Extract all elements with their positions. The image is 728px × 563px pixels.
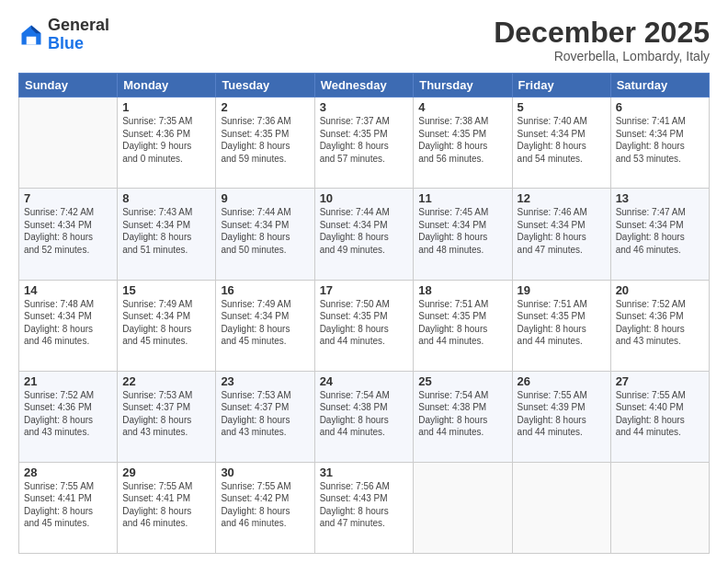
day-info: Sunrise: 7:49 AM Sunset: 4:34 PM Dayligh… — [122, 298, 210, 348]
calendar-cell: 28Sunrise: 7:55 AM Sunset: 4:41 PM Dayli… — [19, 462, 118, 553]
day-number: 16 — [221, 283, 309, 297]
day-number: 13 — [616, 191, 704, 205]
week-row-4: 21Sunrise: 7:52 AM Sunset: 4:36 PM Dayli… — [19, 371, 710, 462]
calendar-cell: 9Sunrise: 7:44 AM Sunset: 4:34 PM Daylig… — [216, 189, 314, 280]
logo-icon — [18, 22, 44, 48]
calendar-cell — [19, 98, 118, 189]
day-number: 20 — [616, 283, 704, 297]
calendar-cell: 21Sunrise: 7:52 AM Sunset: 4:36 PM Dayli… — [19, 371, 118, 462]
header-right: December 2025 Roverbella, Lombardy, Ital… — [494, 17, 710, 63]
calendar-cell: 27Sunrise: 7:55 AM Sunset: 4:40 PM Dayli… — [610, 371, 709, 462]
header: General Blue December 2025 Roverbella, L… — [18, 17, 710, 63]
day-number: 31 — [320, 465, 409, 479]
calendar-cell: 2Sunrise: 7:36 AM Sunset: 4:35 PM Daylig… — [216, 98, 314, 189]
calendar-cell: 8Sunrise: 7:43 AM Sunset: 4:34 PM Daylig… — [118, 189, 216, 280]
calendar-cell: 22Sunrise: 7:53 AM Sunset: 4:37 PM Dayli… — [118, 371, 216, 462]
calendar-cell: 1Sunrise: 7:35 AM Sunset: 4:36 PM Daylig… — [118, 98, 216, 189]
calendar-cell: 7Sunrise: 7:42 AM Sunset: 4:34 PM Daylig… — [19, 189, 118, 280]
day-info: Sunrise: 7:51 AM Sunset: 4:35 PM Dayligh… — [518, 298, 606, 348]
day-number: 24 — [320, 374, 409, 388]
calendar-cell: 18Sunrise: 7:51 AM Sunset: 4:35 PM Dayli… — [414, 280, 512, 371]
calendar-cell — [414, 462, 512, 553]
calendar-cell: 19Sunrise: 7:51 AM Sunset: 4:35 PM Dayli… — [512, 280, 610, 371]
calendar-cell: 25Sunrise: 7:54 AM Sunset: 4:38 PM Dayli… — [414, 371, 512, 462]
day-info: Sunrise: 7:55 AM Sunset: 4:39 PM Dayligh… — [518, 389, 606, 439]
calendar-cell: 16Sunrise: 7:49 AM Sunset: 4:34 PM Dayli… — [216, 280, 314, 371]
day-info: Sunrise: 7:52 AM Sunset: 4:36 PM Dayligh… — [616, 298, 704, 348]
weekday-header-wednesday: Wednesday — [314, 74, 414, 98]
day-info: Sunrise: 7:54 AM Sunset: 4:38 PM Dayligh… — [320, 389, 409, 439]
day-info: Sunrise: 7:55 AM Sunset: 4:40 PM Dayligh… — [616, 389, 704, 439]
week-row-1: 1Sunrise: 7:35 AM Sunset: 4:36 PM Daylig… — [19, 98, 710, 189]
day-info: Sunrise: 7:44 AM Sunset: 4:34 PM Dayligh… — [320, 206, 409, 256]
day-number: 12 — [518, 191, 606, 205]
calendar-cell: 6Sunrise: 7:41 AM Sunset: 4:34 PM Daylig… — [610, 98, 709, 189]
calendar-cell: 3Sunrise: 7:37 AM Sunset: 4:35 PM Daylig… — [314, 98, 414, 189]
day-info: Sunrise: 7:54 AM Sunset: 4:38 PM Dayligh… — [418, 389, 506, 439]
day-info: Sunrise: 7:37 AM Sunset: 4:35 PM Dayligh… — [320, 115, 409, 165]
day-number: 11 — [418, 191, 506, 205]
weekday-header-saturday: Saturday — [610, 74, 709, 98]
weekday-header-monday: Monday — [118, 74, 216, 98]
day-number: 10 — [320, 191, 409, 205]
day-info: Sunrise: 7:55 AM Sunset: 4:42 PM Dayligh… — [221, 480, 309, 530]
calendar: SundayMondayTuesdayWednesdayThursdayFrid… — [18, 73, 710, 554]
day-number: 30 — [221, 465, 309, 479]
day-number: 2 — [221, 100, 309, 114]
calendar-cell: 29Sunrise: 7:55 AM Sunset: 4:41 PM Dayli… — [118, 462, 216, 553]
weekday-header-thursday: Thursday — [414, 74, 512, 98]
logo: General Blue — [18, 17, 109, 53]
day-info: Sunrise: 7:51 AM Sunset: 4:35 PM Dayligh… — [418, 298, 506, 348]
week-row-2: 7Sunrise: 7:42 AM Sunset: 4:34 PM Daylig… — [19, 189, 710, 280]
calendar-cell: 5Sunrise: 7:40 AM Sunset: 4:34 PM Daylig… — [512, 98, 610, 189]
location: Roverbella, Lombardy, Italy — [494, 49, 710, 63]
month-title: December 2025 — [494, 17, 710, 49]
calendar-cell: 26Sunrise: 7:55 AM Sunset: 4:39 PM Dayli… — [512, 371, 610, 462]
calendar-cell: 17Sunrise: 7:50 AM Sunset: 4:35 PM Dayli… — [314, 280, 414, 371]
day-number: 29 — [122, 465, 210, 479]
day-number: 7 — [24, 191, 112, 205]
day-info: Sunrise: 7:48 AM Sunset: 4:34 PM Dayligh… — [24, 298, 112, 348]
calendar-cell: 11Sunrise: 7:45 AM Sunset: 4:34 PM Dayli… — [414, 189, 512, 280]
day-info: Sunrise: 7:35 AM Sunset: 4:36 PM Dayligh… — [122, 115, 210, 165]
day-number: 3 — [320, 100, 409, 114]
calendar-cell: 30Sunrise: 7:55 AM Sunset: 4:42 PM Dayli… — [216, 462, 314, 553]
day-info: Sunrise: 7:56 AM Sunset: 4:43 PM Dayligh… — [320, 480, 409, 530]
day-info: Sunrise: 7:55 AM Sunset: 4:41 PM Dayligh… — [122, 480, 210, 530]
day-info: Sunrise: 7:53 AM Sunset: 4:37 PM Dayligh… — [122, 389, 210, 439]
day-info: Sunrise: 7:55 AM Sunset: 4:41 PM Dayligh… — [24, 480, 112, 530]
logo-blue: Blue — [48, 34, 84, 52]
logo-general: General — [48, 16, 109, 34]
day-number: 9 — [221, 191, 309, 205]
calendar-cell: 24Sunrise: 7:54 AM Sunset: 4:38 PM Dayli… — [314, 371, 414, 462]
calendar-cell — [610, 462, 709, 553]
week-row-5: 28Sunrise: 7:55 AM Sunset: 4:41 PM Dayli… — [19, 462, 710, 553]
day-number: 15 — [122, 283, 210, 297]
page: General Blue December 2025 Roverbella, L… — [0, 0, 728, 563]
calendar-cell: 12Sunrise: 7:46 AM Sunset: 4:34 PM Dayli… — [512, 189, 610, 280]
calendar-cell: 15Sunrise: 7:49 AM Sunset: 4:34 PM Dayli… — [118, 280, 216, 371]
weekday-header-sunday: Sunday — [19, 74, 118, 98]
day-number: 21 — [24, 374, 112, 388]
calendar-cell: 23Sunrise: 7:53 AM Sunset: 4:37 PM Dayli… — [216, 371, 314, 462]
logo-text: General Blue — [48, 17, 109, 53]
day-number: 4 — [418, 100, 506, 114]
svg-rect-2 — [27, 37, 37, 45]
day-number: 27 — [616, 374, 704, 388]
day-number: 6 — [616, 100, 704, 114]
day-info: Sunrise: 7:47 AM Sunset: 4:34 PM Dayligh… — [616, 206, 704, 256]
day-info: Sunrise: 7:43 AM Sunset: 4:34 PM Dayligh… — [122, 206, 210, 256]
day-info: Sunrise: 7:36 AM Sunset: 4:35 PM Dayligh… — [221, 115, 309, 165]
weekday-header-tuesday: Tuesday — [216, 74, 314, 98]
calendar-cell — [512, 462, 610, 553]
day-number: 25 — [418, 374, 506, 388]
day-info: Sunrise: 7:46 AM Sunset: 4:34 PM Dayligh… — [518, 206, 606, 256]
day-number: 23 — [221, 374, 309, 388]
day-number: 14 — [24, 283, 112, 297]
day-info: Sunrise: 7:49 AM Sunset: 4:34 PM Dayligh… — [221, 298, 309, 348]
day-info: Sunrise: 7:44 AM Sunset: 4:34 PM Dayligh… — [221, 206, 309, 256]
day-number: 22 — [122, 374, 210, 388]
calendar-cell: 4Sunrise: 7:38 AM Sunset: 4:35 PM Daylig… — [414, 98, 512, 189]
day-number: 8 — [122, 191, 210, 205]
weekday-header-friday: Friday — [512, 74, 610, 98]
